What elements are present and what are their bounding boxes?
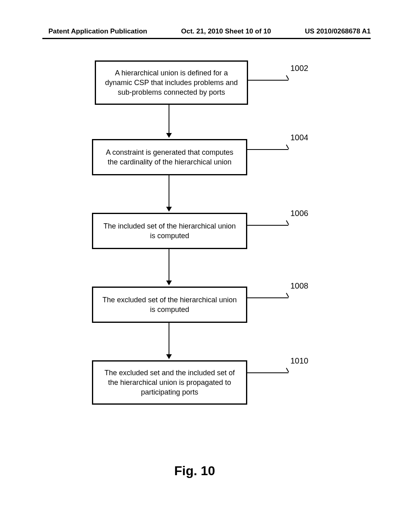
tick-1002 — [286, 75, 289, 80]
arrow-4-5 — [169, 323, 169, 358]
header-right: US 2010/0268678 A1 — [305, 27, 371, 35]
arrow-1-2 — [169, 105, 169, 137]
connector-1002 — [248, 80, 288, 81]
arrow-2-3 — [169, 175, 169, 211]
box-1-text: A hierarchical union is defined for a dy… — [104, 68, 239, 98]
header-divider — [42, 38, 371, 39]
box-5-text: The excluded set and the included set of… — [101, 368, 238, 397]
label-1010: 1010 — [290, 356, 309, 366]
header-left: Patent Application Publication — [48, 27, 147, 35]
label-1008: 1008 — [290, 281, 309, 291]
connector-1004 — [247, 149, 288, 150]
box-4-text: The excluded set of the hierarchical uni… — [101, 295, 238, 315]
figure-caption: Fig. 10 — [174, 463, 215, 478]
arrow-3-4 — [169, 249, 169, 285]
label-1006: 1006 — [290, 209, 309, 218]
tick-1010 — [286, 368, 289, 372]
box-3: The included set of the hierarchical uni… — [92, 213, 247, 249]
connector-1008 — [247, 297, 288, 298]
tick-1008 — [286, 293, 289, 297]
connector-1010 — [247, 372, 288, 373]
header-center: Oct. 21, 2010 Sheet 10 of 10 — [181, 27, 271, 35]
label-1002: 1002 — [290, 64, 309, 73]
box-1: A hierarchical union is defined for a dy… — [95, 60, 248, 105]
tick-1004 — [286, 145, 289, 149]
box-2: A constraint is generated that computes … — [92, 139, 247, 175]
connector-1006 — [247, 225, 288, 226]
box-3-text: The included set of the hierarchical uni… — [101, 221, 238, 241]
box-2-text: A constraint is generated that computes … — [101, 148, 238, 167]
label-1004: 1004 — [290, 133, 309, 142]
box-5: The excluded set and the included set of… — [92, 360, 247, 405]
tick-1006 — [286, 220, 289, 225]
box-4: The excluded set of the hierarchical uni… — [92, 287, 247, 323]
